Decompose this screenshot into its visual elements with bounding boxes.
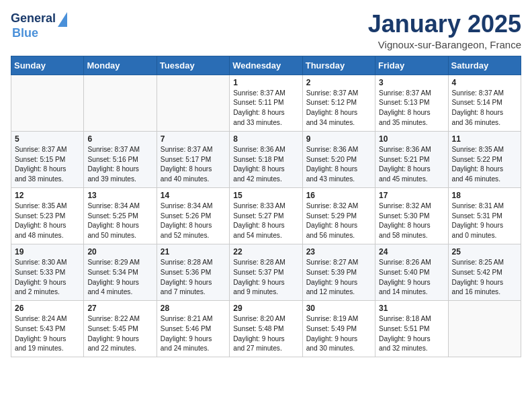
cell-content: Sunrise: 8:30 AMSunset: 5:33 PMDaylight:… [15,258,80,298]
day-number: 23 [306,247,371,257]
day-number: 7 [161,134,226,144]
calendar-cell: 26Sunrise: 8:24 AMSunset: 5:43 PMDayligh… [11,301,84,357]
day-number: 14 [161,191,226,200]
cell-content: Sunrise: 8:19 AMSunset: 5:49 PMDaylight:… [306,314,371,354]
logo-triangle-icon [58,12,67,27]
day-number: 19 [15,247,80,257]
cell-content: Sunrise: 8:18 AMSunset: 5:51 PMDaylight:… [379,314,444,354]
weekday-header-sunday: Sunday [11,56,84,75]
cell-content: Sunrise: 8:28 AMSunset: 5:36 PMDaylight:… [161,258,226,298]
weekday-header-row: SundayMondayTuesdayWednesdayThursdayFrid… [11,56,521,75]
cell-content: Sunrise: 8:32 AMSunset: 5:30 PMDaylight:… [379,201,444,241]
cell-content: Sunrise: 8:32 AMSunset: 5:29 PMDaylight:… [306,201,371,241]
day-number: 4 [452,78,517,87]
logo: General Blue [11,11,67,40]
weekday-header-friday: Friday [375,56,448,75]
cell-content: Sunrise: 8:34 AMSunset: 5:26 PMDaylight:… [161,201,226,241]
calendar-cell: 6Sunrise: 8:37 AMSunset: 5:16 PMDaylight… [84,131,157,187]
cell-content: Sunrise: 8:34 AMSunset: 5:25 PMDaylight:… [87,201,152,241]
title-block: January 2025 Vignoux-sur-Barangeon, Fran… [368,11,521,50]
calendar-cell: 29Sunrise: 8:20 AMSunset: 5:48 PMDayligh… [230,301,302,357]
day-number: 18 [452,191,517,200]
week-row-5: 26Sunrise: 8:24 AMSunset: 5:43 PMDayligh… [11,301,521,357]
calendar-cell: 9Sunrise: 8:36 AMSunset: 5:20 PMDaylight… [302,131,375,187]
calendar-cell: 11Sunrise: 8:35 AMSunset: 5:22 PMDayligh… [448,131,521,187]
calendar-cell: 3Sunrise: 8:37 AMSunset: 5:13 PMDaylight… [375,75,448,131]
calendar-cell: 12Sunrise: 8:35 AMSunset: 5:23 PMDayligh… [11,187,84,244]
logo-blue-text: Blue [12,27,38,40]
weekday-header-monday: Monday [84,56,157,75]
calendar-table: SundayMondayTuesdayWednesdayThursdayFrid… [11,56,521,358]
calendar-cell: 2Sunrise: 8:37 AMSunset: 5:12 PMDaylight… [302,75,375,131]
calendar-cell [157,75,229,131]
calendar-cell: 23Sunrise: 8:27 AMSunset: 5:39 PMDayligh… [302,244,375,300]
cell-content: Sunrise: 8:33 AMSunset: 5:27 PMDaylight:… [233,201,298,241]
day-number: 25 [452,247,517,257]
day-number: 26 [15,304,80,313]
cell-content: Sunrise: 8:37 AMSunset: 5:17 PMDaylight:… [161,145,226,185]
calendar-cell: 17Sunrise: 8:32 AMSunset: 5:30 PMDayligh… [375,187,448,244]
cell-content: Sunrise: 8:36 AMSunset: 5:18 PMDaylight:… [233,145,298,185]
day-number: 15 [233,191,298,200]
weekday-header-tuesday: Tuesday [157,56,229,75]
day-number: 3 [379,78,444,87]
day-number: 13 [87,191,152,200]
calendar-cell: 18Sunrise: 8:31 AMSunset: 5:31 PMDayligh… [448,187,521,244]
calendar-cell: 8Sunrise: 8:36 AMSunset: 5:18 PMDaylight… [230,131,302,187]
calendar-cell: 14Sunrise: 8:34 AMSunset: 5:26 PMDayligh… [157,187,229,244]
day-number: 16 [306,191,371,200]
day-number: 2 [306,78,371,87]
cell-content: Sunrise: 8:31 AMSunset: 5:31 PMDaylight:… [452,201,517,241]
cell-content: Sunrise: 8:37 AMSunset: 5:13 PMDaylight:… [379,89,444,128]
cell-content: Sunrise: 8:36 AMSunset: 5:21 PMDaylight:… [379,145,444,185]
cell-content: Sunrise: 8:21 AMSunset: 5:46 PMDaylight:… [161,314,226,354]
day-number: 22 [233,247,298,257]
day-number: 21 [161,247,226,257]
day-number: 8 [233,134,298,144]
calendar-cell [11,75,84,131]
calendar-cell: 27Sunrise: 8:22 AMSunset: 5:45 PMDayligh… [84,301,157,357]
cell-content: Sunrise: 8:37 AMSunset: 5:14 PMDaylight:… [452,89,517,128]
cell-content: Sunrise: 8:37 AMSunset: 5:11 PMDaylight:… [233,89,298,128]
cell-content: Sunrise: 8:37 AMSunset: 5:16 PMDaylight:… [87,145,152,185]
day-number: 30 [306,304,371,313]
day-number: 20 [87,247,152,257]
cell-content: Sunrise: 8:37 AMSunset: 5:12 PMDaylight:… [306,89,371,128]
day-number: 11 [452,134,517,144]
cell-content: Sunrise: 8:22 AMSunset: 5:45 PMDaylight:… [87,314,152,354]
day-number: 1 [233,78,298,87]
day-number: 5 [15,134,80,144]
location-subtitle: Vignoux-sur-Barangeon, France [368,39,521,50]
week-row-4: 19Sunrise: 8:30 AMSunset: 5:33 PMDayligh… [11,244,521,300]
calendar-cell: 30Sunrise: 8:19 AMSunset: 5:49 PMDayligh… [302,301,375,357]
cell-content: Sunrise: 8:29 AMSunset: 5:34 PMDaylight:… [87,258,152,298]
month-title: January 2025 [368,11,521,38]
calendar-cell: 5Sunrise: 8:37 AMSunset: 5:15 PMDaylight… [11,131,84,187]
cell-content: Sunrise: 8:28 AMSunset: 5:37 PMDaylight:… [233,258,298,298]
weekday-header-saturday: Saturday [448,56,521,75]
cell-content: Sunrise: 8:35 AMSunset: 5:23 PMDaylight:… [15,201,80,241]
logo-text: General [11,12,56,26]
weekday-header-thursday: Thursday [302,56,375,75]
calendar-cell [448,301,521,357]
cell-content: Sunrise: 8:25 AMSunset: 5:42 PMDaylight:… [452,258,517,298]
week-row-2: 5Sunrise: 8:37 AMSunset: 5:15 PMDaylight… [11,131,521,187]
calendar-cell: 1Sunrise: 8:37 AMSunset: 5:11 PMDaylight… [230,75,302,131]
cell-content: Sunrise: 8:37 AMSunset: 5:15 PMDaylight:… [15,145,80,185]
calendar-cell: 10Sunrise: 8:36 AMSunset: 5:21 PMDayligh… [375,131,448,187]
day-number: 10 [379,134,444,144]
day-number: 29 [233,304,298,313]
day-number: 17 [379,191,444,200]
calendar-cell: 21Sunrise: 8:28 AMSunset: 5:36 PMDayligh… [157,244,229,300]
cell-content: Sunrise: 8:24 AMSunset: 5:43 PMDaylight:… [15,314,80,354]
day-number: 31 [379,304,444,313]
calendar-cell: 31Sunrise: 8:18 AMSunset: 5:51 PMDayligh… [375,301,448,357]
calendar-cell: 13Sunrise: 8:34 AMSunset: 5:25 PMDayligh… [84,187,157,244]
cell-content: Sunrise: 8:27 AMSunset: 5:39 PMDaylight:… [306,258,371,298]
calendar-cell: 22Sunrise: 8:28 AMSunset: 5:37 PMDayligh… [230,244,302,300]
calendar-cell: 4Sunrise: 8:37 AMSunset: 5:14 PMDaylight… [448,75,521,131]
cell-content: Sunrise: 8:36 AMSunset: 5:20 PMDaylight:… [306,145,371,185]
calendar-cell: 15Sunrise: 8:33 AMSunset: 5:27 PMDayligh… [230,187,302,244]
cell-content: Sunrise: 8:20 AMSunset: 5:48 PMDaylight:… [233,314,298,354]
day-number: 12 [15,191,80,200]
